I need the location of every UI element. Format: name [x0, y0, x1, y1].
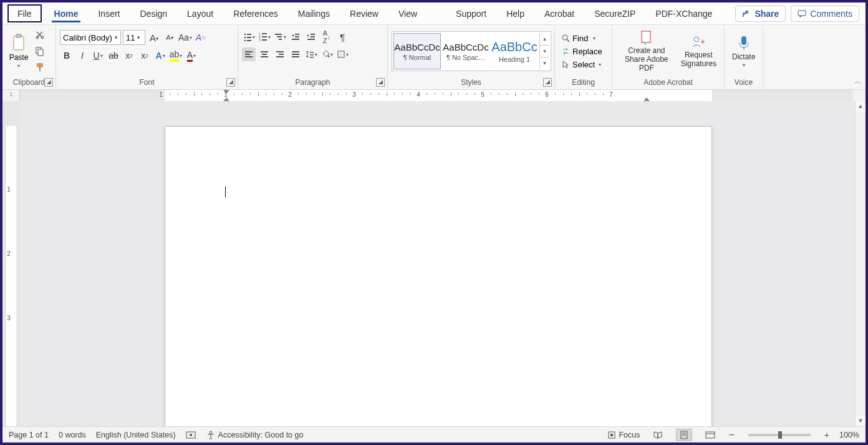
style-heading1[interactable]: AaBbCc Heading 1: [491, 33, 538, 69]
shading-button[interactable]: ▾: [320, 47, 334, 61]
document-page[interactable]: [165, 126, 712, 426]
superscript-button[interactable]: x2: [138, 49, 152, 62]
indent-icon: [307, 32, 316, 41]
styles-launcher[interactable]: ◢: [543, 78, 552, 87]
zoom-level[interactable]: 100%: [839, 431, 859, 439]
sort-button[interactable]: AZ↓: [320, 30, 334, 44]
web-layout-button[interactable]: [702, 429, 718, 441]
find-button[interactable]: Find▾: [559, 33, 605, 44]
zoom-slider[interactable]: [748, 434, 811, 436]
comments-button[interactable]: Comments: [791, 6, 859, 22]
tab-insert[interactable]: Insert: [88, 2, 130, 24]
highlight-button[interactable]: ab▾: [169, 49, 183, 62]
gallery-more[interactable]: ▼: [540, 57, 549, 69]
tab-securezip[interactable]: SecureZIP: [584, 2, 645, 24]
cut-button[interactable]: [34, 29, 46, 41]
align-center-button[interactable]: [258, 47, 271, 61]
strike-button[interactable]: ab: [107, 49, 120, 62]
document-area: 123 ▲ ▼: [2, 101, 866, 426]
share-icon: [742, 9, 751, 18]
copy-button[interactable]: [34, 45, 46, 57]
font-color-button[interactable]: A▾: [185, 49, 198, 62]
inc-indent-button[interactable]: [304, 30, 318, 44]
tab-references[interactable]: References: [223, 2, 288, 24]
dictate-button[interactable]: Dictate ▾: [728, 27, 759, 76]
line-spacing-button[interactable]: ▾: [304, 47, 318, 61]
style-normal[interactable]: AaBbCcDc ¶ Normal: [393, 33, 441, 69]
subscript-button[interactable]: x2: [122, 49, 136, 62]
italic-button[interactable]: I: [75, 49, 89, 62]
numbering-button[interactable]: 123▾: [258, 30, 271, 44]
read-mode-button[interactable]: [650, 429, 666, 441]
tab-review[interactable]: Review: [340, 2, 388, 24]
tab-file[interactable]: File: [7, 4, 42, 22]
page-indicator[interactable]: Page 1 of 1: [9, 431, 49, 439]
shrink-font-button[interactable]: A▾: [163, 31, 176, 44]
tab-pdfxchange[interactable]: PDF-XChange: [645, 2, 722, 24]
bold-button[interactable]: B: [60, 49, 74, 62]
paste-button[interactable]: Paste ▾: [6, 34, 31, 69]
zoom-in-button[interactable]: +: [824, 430, 829, 440]
zoom-out-button[interactable]: −: [728, 429, 734, 441]
word-count[interactable]: 0 words: [59, 431, 86, 439]
grow-font-button[interactable]: A▴: [147, 31, 161, 44]
font-launcher[interactable]: ◢: [226, 78, 235, 87]
outdent-icon: [291, 32, 300, 41]
request-signatures-button[interactable]: Request Signatures: [677, 27, 720, 76]
svg-rect-16: [262, 33, 267, 34]
tab-mailings[interactable]: Mailings: [288, 2, 340, 24]
svg-rect-26: [292, 39, 299, 40]
style-nospacing[interactable]: AaBbCcDc ¶ No Spac…: [442, 33, 489, 69]
gallery-up[interactable]: ▲: [540, 33, 549, 46]
align-left-button[interactable]: [242, 47, 256, 61]
scroll-up-button[interactable]: ▲: [856, 101, 866, 112]
svg-rect-30: [245, 51, 253, 52]
format-painter-button[interactable]: [34, 61, 46, 74]
focus-icon: [607, 431, 616, 439]
ribbon: Paste ▾ Clipboard ◢ Calibri (Body)▾ 11▾ …: [2, 25, 866, 90]
align-right-button[interactable]: [273, 47, 287, 61]
paragraph-launcher[interactable]: ◢: [376, 78, 385, 87]
svg-point-45: [327, 56, 329, 57]
mic-icon: [737, 35, 751, 51]
tab-home[interactable]: Home: [44, 2, 89, 24]
tab-support[interactable]: Support: [446, 2, 496, 24]
gallery-down[interactable]: ▼: [540, 46, 549, 58]
justify-button[interactable]: [289, 47, 302, 61]
borders-button[interactable]: ▾: [335, 47, 349, 61]
select-button[interactable]: Select▾: [559, 59, 605, 70]
share-button[interactable]: Share: [735, 6, 786, 22]
language-indicator[interactable]: English (United States): [96, 431, 176, 439]
collapse-ribbon-button[interactable]: ︿: [854, 76, 862, 87]
font-size-combo[interactable]: 11▾: [123, 30, 145, 45]
vertical-scrollbar[interactable]: ▲ ▼: [855, 101, 866, 426]
accessibility-status[interactable]: Accessibility: Good to go: [206, 430, 304, 440]
clipboard-launcher[interactable]: ◢: [44, 78, 53, 87]
multilevel-button[interactable]: ▾: [273, 30, 287, 44]
macro-indicator[interactable]: [186, 431, 196, 439]
dec-indent-button[interactable]: [289, 30, 302, 44]
styles-gallery: AaBbCcDc ¶ Normal AaBbCcDc ¶ No Spac… Aa…: [392, 31, 551, 71]
tab-layout[interactable]: Layout: [177, 2, 223, 24]
replace-button[interactable]: Replace: [559, 46, 605, 57]
text-effects-button[interactable]: A▾: [153, 49, 167, 62]
print-layout-button[interactable]: [676, 429, 692, 441]
tab-help[interactable]: Help: [496, 2, 534, 24]
clear-format-button[interactable]: A◇: [194, 31, 208, 44]
tab-selector[interactable]: └: [2, 90, 20, 101]
tab-view[interactable]: View: [388, 2, 427, 24]
underline-button[interactable]: U▾: [91, 49, 105, 62]
font-name-combo[interactable]: Calibri (Body)▾: [60, 30, 121, 45]
create-share-pdf-button[interactable]: Create and Share Adobe PDF: [616, 27, 677, 76]
bullets-button[interactable]: ▾: [242, 30, 256, 44]
show-marks-button[interactable]: ¶: [335, 30, 349, 44]
svg-rect-33: [261, 51, 268, 52]
scroll-down-button[interactable]: ▼: [856, 416, 866, 426]
linespacing-icon: [306, 50, 314, 59]
focus-mode-button[interactable]: Focus: [607, 431, 640, 439]
tab-acrobat[interactable]: Acrobat: [534, 2, 584, 24]
change-case-button[interactable]: Aa▾: [178, 31, 192, 44]
tab-design[interactable]: Design: [130, 2, 177, 24]
svg-rect-53: [741, 36, 746, 45]
svg-rect-31: [245, 54, 250, 55]
